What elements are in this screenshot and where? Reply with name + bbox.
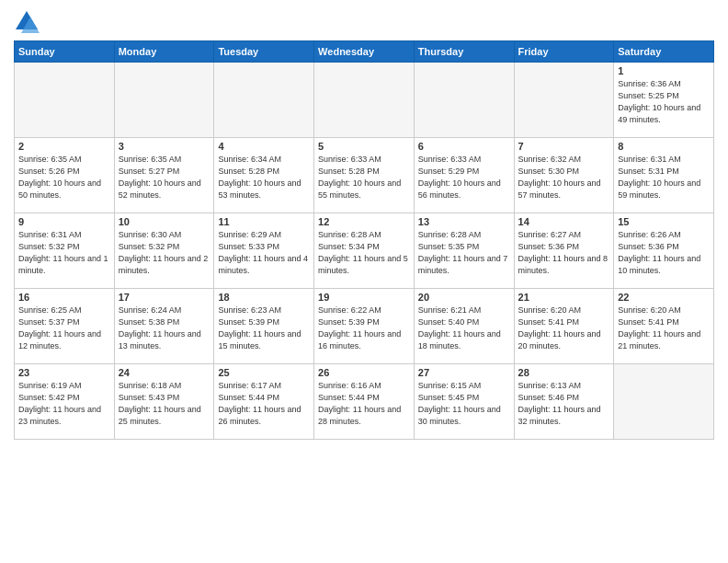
day-number: 23: [18, 367, 110, 378]
day-number: 4: [218, 141, 310, 152]
day-info: Sunrise: 6:26 AM Sunset: 5:36 PM Dayligh…: [618, 229, 710, 277]
calendar-week-0: 1Sunrise: 6:36 AM Sunset: 5:25 PM Daylig…: [15, 63, 714, 138]
day-number: 15: [618, 216, 710, 227]
calendar-cell: 4Sunrise: 6:34 AM Sunset: 5:28 PM Daylig…: [214, 138, 314, 213]
day-info: Sunrise: 6:18 AM Sunset: 5:43 PM Dayligh…: [119, 380, 210, 428]
calendar-week-4: 23Sunrise: 6:19 AM Sunset: 5:42 PM Dayli…: [15, 364, 714, 440]
calendar-cell: 7Sunrise: 6:32 AM Sunset: 5:30 PM Daylig…: [514, 138, 614, 213]
day-number: 9: [18, 216, 110, 227]
day-info: Sunrise: 6:21 AM Sunset: 5:40 PM Dayligh…: [418, 304, 510, 352]
day-number: 18: [218, 292, 310, 303]
day-number: 7: [518, 141, 610, 152]
weekday-row: SundayMondayTuesdayWednesdayThursdayFrid…: [15, 41, 714, 63]
calendar-cell: 26Sunrise: 6:16 AM Sunset: 5:44 PM Dayli…: [314, 364, 415, 440]
day-info: Sunrise: 6:31 AM Sunset: 5:31 PM Dayligh…: [618, 154, 710, 201]
calendar-cell: 27Sunrise: 6:15 AM Sunset: 5:45 PM Dayli…: [414, 364, 514, 440]
day-number: 25: [218, 367, 310, 378]
calendar-cell: 2Sunrise: 6:35 AM Sunset: 5:26 PM Daylig…: [15, 138, 115, 213]
calendar-cell: 16Sunrise: 6:25 AM Sunset: 5:37 PM Dayli…: [15, 289, 115, 364]
day-info: Sunrise: 6:33 AM Sunset: 5:28 PM Dayligh…: [318, 154, 410, 201]
day-info: Sunrise: 6:24 AM Sunset: 5:38 PM Dayligh…: [119, 304, 210, 352]
day-number: 10: [119, 216, 210, 227]
day-number: 3: [119, 141, 210, 152]
logo: [14, 9, 43, 35]
day-number: 27: [418, 367, 510, 378]
calendar-cell: 1Sunrise: 6:36 AM Sunset: 5:25 PM Daylig…: [614, 63, 714, 138]
calendar-cell: [414, 63, 514, 138]
day-number: 21: [518, 292, 610, 303]
day-number: 2: [18, 141, 110, 152]
calendar-cell: 9Sunrise: 6:31 AM Sunset: 5:32 PM Daylig…: [15, 213, 115, 289]
calendar-cell: 15Sunrise: 6:26 AM Sunset: 5:36 PM Dayli…: [614, 213, 714, 289]
calendar-cell: 14Sunrise: 6:27 AM Sunset: 5:36 PM Dayli…: [514, 213, 614, 289]
calendar-week-2: 9Sunrise: 6:31 AM Sunset: 5:32 PM Daylig…: [15, 213, 714, 289]
day-number: 11: [218, 216, 310, 227]
logo-icon: [14, 9, 40, 35]
day-info: Sunrise: 6:25 AM Sunset: 5:37 PM Dayligh…: [18, 304, 110, 352]
calendar-cell: 24Sunrise: 6:18 AM Sunset: 5:43 PM Dayli…: [114, 364, 214, 440]
calendar-cell: 5Sunrise: 6:33 AM Sunset: 5:28 PM Daylig…: [314, 138, 415, 213]
day-info: Sunrise: 6:29 AM Sunset: 5:33 PM Dayligh…: [218, 229, 310, 277]
day-info: Sunrise: 6:31 AM Sunset: 5:32 PM Dayligh…: [18, 229, 110, 277]
day-info: Sunrise: 6:35 AM Sunset: 5:26 PM Dayligh…: [18, 154, 110, 201]
calendar-cell: 8Sunrise: 6:31 AM Sunset: 5:31 PM Daylig…: [614, 138, 714, 213]
day-number: 16: [18, 292, 110, 303]
day-info: Sunrise: 6:23 AM Sunset: 5:39 PM Dayligh…: [218, 304, 310, 352]
weekday-header-monday: Monday: [114, 41, 214, 63]
calendar-cell: 11Sunrise: 6:29 AM Sunset: 5:33 PM Dayli…: [214, 213, 314, 289]
day-number: 24: [119, 367, 210, 378]
calendar-cell: 20Sunrise: 6:21 AM Sunset: 5:40 PM Dayli…: [414, 289, 514, 364]
calendar-cell: 19Sunrise: 6:22 AM Sunset: 5:39 PM Dayli…: [314, 289, 415, 364]
day-info: Sunrise: 6:28 AM Sunset: 5:35 PM Dayligh…: [418, 229, 510, 277]
day-number: 6: [418, 141, 510, 152]
day-number: 13: [418, 216, 510, 227]
calendar-cell: 10Sunrise: 6:30 AM Sunset: 5:32 PM Dayli…: [114, 213, 214, 289]
day-number: 1: [618, 65, 710, 76]
calendar-week-3: 16Sunrise: 6:25 AM Sunset: 5:37 PM Dayli…: [15, 289, 714, 364]
calendar-cell: [114, 63, 214, 138]
calendar-table: SundayMondayTuesdayWednesdayThursdayFrid…: [14, 40, 714, 440]
day-info: Sunrise: 6:22 AM Sunset: 5:39 PM Dayligh…: [318, 304, 410, 352]
day-info: Sunrise: 6:15 AM Sunset: 5:45 PM Dayligh…: [418, 380, 510, 428]
day-info: Sunrise: 6:16 AM Sunset: 5:44 PM Dayligh…: [318, 380, 410, 428]
day-info: Sunrise: 6:34 AM Sunset: 5:28 PM Dayligh…: [218, 154, 310, 201]
day-info: Sunrise: 6:20 AM Sunset: 5:41 PM Dayligh…: [618, 304, 710, 352]
calendar-cell: [614, 364, 714, 440]
weekday-header-wednesday: Wednesday: [314, 41, 415, 63]
weekday-header-friday: Friday: [514, 41, 614, 63]
calendar-cell: 13Sunrise: 6:28 AM Sunset: 5:35 PM Dayli…: [414, 213, 514, 289]
weekday-header-tuesday: Tuesday: [214, 41, 314, 63]
page: SundayMondayTuesdayWednesdayThursdayFrid…: [0, 0, 728, 563]
day-number: 19: [318, 292, 410, 303]
calendar-week-1: 2Sunrise: 6:35 AM Sunset: 5:26 PM Daylig…: [15, 138, 714, 213]
calendar-cell: 17Sunrise: 6:24 AM Sunset: 5:38 PM Dayli…: [114, 289, 214, 364]
calendar-cell: 6Sunrise: 6:33 AM Sunset: 5:29 PM Daylig…: [414, 138, 514, 213]
day-info: Sunrise: 6:28 AM Sunset: 5:34 PM Dayligh…: [318, 229, 410, 277]
day-number: 14: [518, 216, 610, 227]
calendar-cell: 18Sunrise: 6:23 AM Sunset: 5:39 PM Dayli…: [214, 289, 314, 364]
calendar-cell: [514, 63, 614, 138]
calendar-cell: 3Sunrise: 6:35 AM Sunset: 5:27 PM Daylig…: [114, 138, 214, 213]
day-info: Sunrise: 6:27 AM Sunset: 5:36 PM Dayligh…: [518, 229, 610, 277]
day-number: 20: [418, 292, 510, 303]
day-info: Sunrise: 6:30 AM Sunset: 5:32 PM Dayligh…: [119, 229, 210, 277]
day-info: Sunrise: 6:17 AM Sunset: 5:44 PM Dayligh…: [218, 380, 310, 428]
day-info: Sunrise: 6:36 AM Sunset: 5:25 PM Dayligh…: [618, 78, 710, 126]
day-number: 17: [119, 292, 210, 303]
calendar-cell: 23Sunrise: 6:19 AM Sunset: 5:42 PM Dayli…: [15, 364, 115, 440]
header: [14, 9, 714, 35]
weekday-header-sunday: Sunday: [15, 41, 115, 63]
calendar-cell: 25Sunrise: 6:17 AM Sunset: 5:44 PM Dayli…: [214, 364, 314, 440]
calendar-cell: 21Sunrise: 6:20 AM Sunset: 5:41 PM Dayli…: [514, 289, 614, 364]
day-info: Sunrise: 6:35 AM Sunset: 5:27 PM Dayligh…: [119, 154, 210, 201]
calendar-cell: [15, 63, 115, 138]
day-number: 28: [518, 367, 610, 378]
day-info: Sunrise: 6:13 AM Sunset: 5:46 PM Dayligh…: [518, 380, 610, 428]
weekday-header-saturday: Saturday: [614, 41, 714, 63]
day-number: 8: [618, 141, 710, 152]
calendar-cell: [314, 63, 415, 138]
calendar-cell: [214, 63, 314, 138]
day-info: Sunrise: 6:32 AM Sunset: 5:30 PM Dayligh…: [518, 154, 610, 201]
day-number: 12: [318, 216, 410, 227]
day-info: Sunrise: 6:33 AM Sunset: 5:29 PM Dayligh…: [418, 154, 510, 201]
